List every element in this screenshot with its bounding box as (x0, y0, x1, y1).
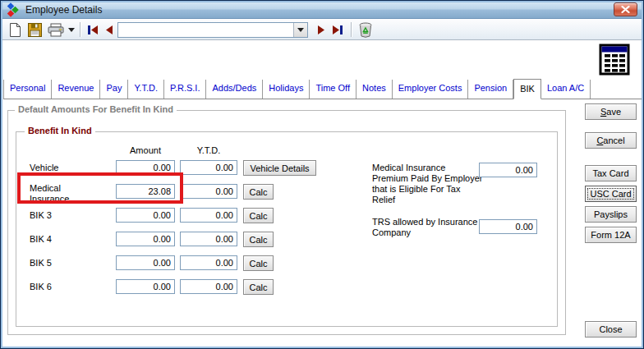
tab-revenue[interactable]: Revenue (52, 80, 100, 99)
tab-time-off[interactable]: Time Off (310, 80, 356, 99)
bik6-amount-input[interactable] (116, 279, 175, 294)
close-dialog-button[interactable]: Close (585, 321, 637, 338)
tab-bar: Personal Revenue Pay Y.T.D. P.R.S.I. Add… (3, 79, 642, 99)
medical-ytd-input[interactable] (180, 184, 237, 199)
bik4-ytd-input[interactable] (180, 232, 237, 246)
last-record-button[interactable] (329, 22, 346, 38)
vehicle-details-button[interactable]: Vehicle Details (243, 160, 316, 176)
tab-personal[interactable]: Personal (3, 80, 52, 99)
medical-premium-input[interactable] (479, 163, 537, 177)
form-12a-button[interactable]: Form 12A (585, 227, 637, 243)
save-employee-button[interactable]: Save (585, 103, 637, 120)
close-icon (621, 6, 630, 13)
tax-card-button[interactable]: Tax Card (585, 165, 637, 181)
bik3-calc-button[interactable]: Calc (243, 208, 274, 223)
tab-pay[interactable]: Pay (100, 80, 128, 99)
payslips-button[interactable]: Payslips (585, 206, 637, 223)
ytd-column-header: Y.T.D. (180, 145, 237, 155)
record-selector-combobox[interactable] (117, 22, 308, 38)
trs-allowed-label: TRS allowed by Insurance Company (372, 217, 483, 238)
print-options-dropdown[interactable] (67, 22, 76, 38)
save-floppy-icon (28, 23, 42, 37)
usc-card-button[interactable]: USC Card (585, 186, 637, 202)
tab-prsi[interactable]: P.R.S.I. (164, 80, 206, 99)
record-selector-input[interactable] (118, 23, 293, 37)
delete-record-button[interactable] (356, 22, 375, 38)
toolbar (1, 19, 643, 40)
row-label-medical-insurance: Medical Insurance (30, 183, 80, 204)
next-record-button[interactable] (315, 22, 328, 38)
cancel-button[interactable]: Cancel (585, 132, 637, 149)
tab-adds-deds[interactable]: Adds/Deds (206, 80, 263, 99)
bik6-calc-button[interactable]: Calc (243, 279, 274, 295)
tab-bik[interactable]: BIK (513, 79, 541, 99)
dropdown-caret-icon (68, 28, 75, 32)
toolbar-separator (80, 22, 81, 37)
next-record-icon (317, 25, 325, 35)
toolbar-separator (351, 22, 352, 37)
row-label-vehicle: Vehicle (30, 163, 108, 173)
header-band (3, 40, 642, 79)
medical-calc-button[interactable]: Calc (243, 184, 274, 200)
row-label-bik5: BIK 5 (30, 258, 108, 269)
vehicle-amount-input[interactable] (116, 160, 175, 175)
tab-holidays[interactable]: Holidays (263, 80, 310, 99)
bik5-amount-input[interactable] (116, 255, 175, 270)
previous-record-icon (105, 25, 113, 35)
employee-details-window: Employee Details (0, 0, 644, 349)
bik5-calc-button[interactable]: Calc (243, 255, 274, 271)
employee-grid-button[interactable] (599, 43, 630, 76)
tab-pension[interactable]: Pension (468, 80, 513, 99)
record-selector-dropdown-button[interactable] (293, 23, 307, 37)
last-record-icon (332, 25, 343, 35)
save-button[interactable] (25, 22, 44, 38)
bik5-ytd-input[interactable] (180, 255, 237, 270)
bik4-amount-input[interactable] (116, 232, 175, 246)
row-label-bik3: BIK 3 (30, 210, 108, 221)
row-label-bik4: BIK 4 (30, 234, 108, 245)
bik3-ytd-input[interactable] (180, 208, 237, 223)
trs-allowed-input[interactable] (479, 219, 537, 234)
first-record-button[interactable] (85, 22, 101, 38)
delete-trash-icon (358, 22, 373, 38)
medical-premium-label: Medical Insurance Premium Paid By Employ… (372, 163, 483, 205)
close-window-button[interactable] (614, 2, 637, 16)
new-record-button[interactable] (6, 22, 24, 38)
tab-ytd[interactable]: Y.T.D. (128, 80, 164, 99)
bik6-ytd-input[interactable] (180, 279, 237, 294)
print-icon (48, 23, 64, 37)
vehicle-ytd-input[interactable] (180, 160, 237, 175)
tab-loan-ac[interactable]: Loan A/C (541, 80, 591, 99)
titlebar: Employee Details (1, 1, 643, 19)
inner-groupbox-title: Benefit In Kind (25, 126, 95, 135)
first-record-icon (87, 25, 99, 35)
dropdown-caret-icon (297, 28, 304, 32)
employee-grid-icon (599, 43, 630, 76)
amount-column-header: Amount (116, 145, 175, 155)
new-document-icon (9, 23, 21, 37)
bik3-amount-input[interactable] (116, 208, 175, 223)
previous-record-button[interactable] (103, 22, 116, 38)
bik4-calc-button[interactable]: Calc (243, 232, 274, 247)
tab-notes[interactable]: Notes (356, 80, 393, 99)
row-label-bik6: BIK 6 (30, 282, 108, 292)
tab-employer-costs[interactable]: Employer Costs (393, 80, 469, 99)
app-logo-icon (6, 2, 21, 17)
bik-tab-panel: Default Amounts For Benefit In Kind Bene… (3, 99, 642, 347)
medical-amount-input[interactable] (116, 184, 175, 199)
print-button[interactable] (45, 22, 67, 38)
outer-groupbox-title: Default Amounts For Benefit In Kind (15, 104, 177, 114)
window-title: Employee Details (25, 4, 102, 16)
